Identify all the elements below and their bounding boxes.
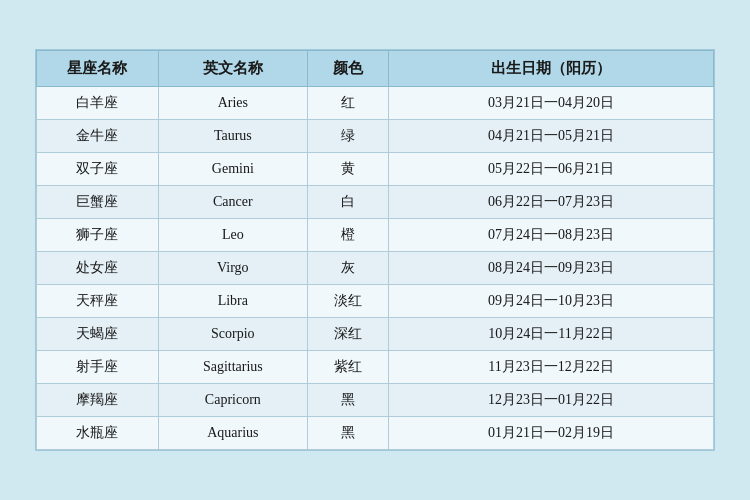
table-row: 天秤座Libra淡红09月24日一10月23日 bbox=[37, 285, 714, 318]
header-chinese: 星座名称 bbox=[37, 51, 159, 87]
table-body: 白羊座Aries红03月21日一04月20日金牛座Taurus绿04月21日一0… bbox=[37, 87, 714, 450]
cell-date: 05月22日一06月21日 bbox=[389, 153, 714, 186]
table-row: 天蝎座Scorpio深红10月24日一11月22日 bbox=[37, 318, 714, 351]
cell-english: Taurus bbox=[158, 120, 307, 153]
cell-date: 09月24日一10月23日 bbox=[389, 285, 714, 318]
cell-date: 07月24日一08月23日 bbox=[389, 219, 714, 252]
cell-english: Sagittarius bbox=[158, 351, 307, 384]
table-header-row: 星座名称 英文名称 颜色 出生日期（阳历） bbox=[37, 51, 714, 87]
cell-english: Scorpio bbox=[158, 318, 307, 351]
table-row: 狮子座Leo橙07月24日一08月23日 bbox=[37, 219, 714, 252]
table-row: 射手座Sagittarius紫红11月23日一12月22日 bbox=[37, 351, 714, 384]
cell-color: 橙 bbox=[307, 219, 388, 252]
cell-color: 灰 bbox=[307, 252, 388, 285]
zodiac-table-container: 星座名称 英文名称 颜色 出生日期（阳历） 白羊座Aries红03月21日一04… bbox=[35, 49, 715, 451]
table-row: 双子座Gemini黄05月22日一06月21日 bbox=[37, 153, 714, 186]
cell-chinese: 射手座 bbox=[37, 351, 159, 384]
cell-english: Aquarius bbox=[158, 417, 307, 450]
cell-english: Leo bbox=[158, 219, 307, 252]
header-color: 颜色 bbox=[307, 51, 388, 87]
zodiac-table: 星座名称 英文名称 颜色 出生日期（阳历） 白羊座Aries红03月21日一04… bbox=[36, 50, 714, 450]
cell-chinese: 白羊座 bbox=[37, 87, 159, 120]
cell-chinese: 摩羯座 bbox=[37, 384, 159, 417]
cell-chinese: 金牛座 bbox=[37, 120, 159, 153]
cell-english: Cancer bbox=[158, 186, 307, 219]
cell-chinese: 双子座 bbox=[37, 153, 159, 186]
table-row: 金牛座Taurus绿04月21日一05月21日 bbox=[37, 120, 714, 153]
table-row: 摩羯座Capricorn黑12月23日一01月22日 bbox=[37, 384, 714, 417]
cell-color: 深红 bbox=[307, 318, 388, 351]
cell-english: Capricorn bbox=[158, 384, 307, 417]
cell-english: Aries bbox=[158, 87, 307, 120]
table-row: 巨蟹座Cancer白06月22日一07月23日 bbox=[37, 186, 714, 219]
cell-color: 红 bbox=[307, 87, 388, 120]
cell-english: Virgo bbox=[158, 252, 307, 285]
cell-date: 04月21日一05月21日 bbox=[389, 120, 714, 153]
cell-color: 黄 bbox=[307, 153, 388, 186]
cell-color: 淡红 bbox=[307, 285, 388, 318]
cell-chinese: 水瓶座 bbox=[37, 417, 159, 450]
cell-date: 08月24日一09月23日 bbox=[389, 252, 714, 285]
header-english: 英文名称 bbox=[158, 51, 307, 87]
cell-chinese: 处女座 bbox=[37, 252, 159, 285]
header-date: 出生日期（阳历） bbox=[389, 51, 714, 87]
cell-date: 12月23日一01月22日 bbox=[389, 384, 714, 417]
cell-date: 01月21日一02月19日 bbox=[389, 417, 714, 450]
cell-date: 10月24日一11月22日 bbox=[389, 318, 714, 351]
cell-date: 11月23日一12月22日 bbox=[389, 351, 714, 384]
cell-english: Gemini bbox=[158, 153, 307, 186]
table-row: 水瓶座Aquarius黑01月21日一02月19日 bbox=[37, 417, 714, 450]
cell-color: 绿 bbox=[307, 120, 388, 153]
cell-color: 黑 bbox=[307, 384, 388, 417]
cell-english: Libra bbox=[158, 285, 307, 318]
cell-chinese: 天蝎座 bbox=[37, 318, 159, 351]
cell-date: 03月21日一04月20日 bbox=[389, 87, 714, 120]
table-row: 白羊座Aries红03月21日一04月20日 bbox=[37, 87, 714, 120]
cell-color: 白 bbox=[307, 186, 388, 219]
cell-date: 06月22日一07月23日 bbox=[389, 186, 714, 219]
table-row: 处女座Virgo灰08月24日一09月23日 bbox=[37, 252, 714, 285]
cell-chinese: 天秤座 bbox=[37, 285, 159, 318]
cell-chinese: 狮子座 bbox=[37, 219, 159, 252]
cell-chinese: 巨蟹座 bbox=[37, 186, 159, 219]
cell-color: 黑 bbox=[307, 417, 388, 450]
cell-color: 紫红 bbox=[307, 351, 388, 384]
